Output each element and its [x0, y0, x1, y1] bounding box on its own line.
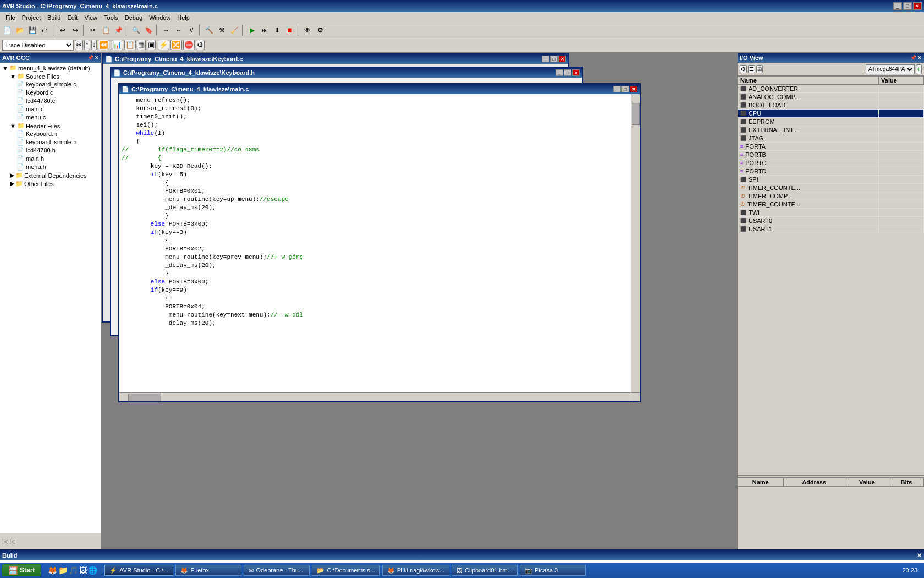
new-btn[interactable]: 📄	[1, 24, 13, 36]
io-cell-name-3[interactable]: ⬛ CPU	[738, 110, 879, 118]
tree-file-menu-h[interactable]: 📄 menu.h	[1, 163, 100, 171]
stop-btn[interactable]: ⏹	[284, 24, 296, 36]
keyboard-h-max[interactable]: □	[564, 69, 571, 76]
io-cell-value-5[interactable]	[879, 126, 924, 134]
minimize-button[interactable]: _	[893, 2, 902, 10]
tree-header-files[interactable]: ▼ 📁 Header Files	[1, 122, 100, 130]
ql-media[interactable]: 🎵	[69, 566, 78, 575]
find-btn[interactable]: 🔍	[130, 24, 142, 36]
tree-file-main-c[interactable]: 📄 main.c	[1, 105, 100, 113]
io-pin[interactable]: 📌	[910, 55, 916, 61]
io-row-1[interactable]: ⬛ ANALOG_COMP...	[738, 93, 924, 101]
io-cell-name-2[interactable]: ⬛ BOOT_LOAD	[738, 101, 879, 110]
save-all-btn[interactable]: 🗃	[39, 24, 51, 36]
io-table-wrapper[interactable]: Name Value ⬛ AD_CONVERTER⬛ ANALOG_COMP..…	[738, 76, 924, 475]
io-btn-expand[interactable]: ⚙	[740, 65, 747, 73]
io-row-15[interactable]: ⬛ TWI	[738, 209, 924, 217]
io-cell-value-6[interactable]	[879, 134, 924, 143]
io-cell-value-11[interactable]	[879, 176, 924, 184]
tree-file-lcd-h[interactable]: 📄 lcd44780.h	[1, 146, 100, 155]
io-cell-value-13[interactable]	[879, 192, 924, 200]
menu-view[interactable]: View	[81, 13, 101, 22]
tb2-btn3[interactable]: ↓	[91, 40, 97, 50]
tree-file-keybord-c[interactable]: 📄 Keybord.c	[1, 89, 100, 97]
cut-btn[interactable]: ✂	[87, 24, 99, 36]
step-into-btn[interactable]: ⬇	[271, 24, 283, 36]
io-row-10[interactable]: ≡ PORTD	[738, 167, 924, 176]
io-cell-name-13[interactable]: ⏱ TIMER_COMP...	[738, 192, 879, 200]
tb2-disp4[interactable]: ▣	[147, 40, 156, 50]
keyboard-h-close[interactable]: ✕	[572, 69, 580, 76]
run-btn[interactable]: ▶	[246, 24, 258, 36]
build-close[interactable]: ✕	[917, 552, 922, 559]
io-row-13[interactable]: ⏱ TIMER_COMP...	[738, 192, 924, 200]
paste-btn[interactable]: 📌	[112, 24, 124, 36]
taskbar-item-naglowkow[interactable]: 🦊 Pliki nagłówkow...	[382, 565, 449, 576]
io-row-7[interactable]: ≡ PORTA	[738, 143, 924, 151]
io-row-6[interactable]: ⬛ JTAG	[738, 134, 924, 143]
io-btn-grid[interactable]: ⊞	[756, 65, 763, 73]
build-btn[interactable]: 🔨	[203, 24, 215, 36]
io-cell-value-12[interactable]	[879, 184, 924, 192]
tb2-disp3[interactable]: ▦	[137, 40, 146, 50]
io-cell-value-17[interactable]	[879, 225, 924, 233]
unindent-btn[interactable]: ←	[173, 24, 185, 36]
io-cell-name-5[interactable]: ⬛ EXTERNAL_INT...	[738, 126, 879, 134]
undo-btn[interactable]: ↩	[57, 24, 69, 36]
io-cell-name-17[interactable]: ⬛ USART1	[738, 225, 879, 233]
main-c-max[interactable]: □	[622, 86, 629, 92]
menu-tools[interactable]: Tools	[101, 13, 122, 22]
menu-build[interactable]: Build	[44, 13, 64, 22]
watch-btn[interactable]: 👁	[301, 24, 314, 36]
io-cell-name-9[interactable]: ≡ PORTC	[738, 159, 879, 167]
io-dropdown[interactable]: ATmega644PA	[866, 64, 915, 74]
tb2-stim1[interactable]: ⚡	[158, 40, 169, 50]
close-button[interactable]: ✕	[913, 2, 922, 10]
comment-btn[interactable]: //	[185, 24, 197, 36]
taskbar-item-odebrane[interactable]: ✉ Odebrane - Thu...	[244, 565, 310, 576]
main-c-close[interactable]: ✕	[630, 86, 637, 92]
tree-file-lcd-c[interactable]: 📄 lcd44780.c	[1, 97, 100, 105]
open-btn[interactable]: 📂	[14, 24, 26, 36]
tree-file-keyboard-h[interactable]: 📄 Keyboard.h	[1, 130, 100, 138]
io-row-2[interactable]: ⬛ BOOT_LOAD	[738, 101, 924, 110]
io-cell-value-8[interactable]	[879, 151, 924, 159]
start-button[interactable]: 🪟 Start	[2, 564, 41, 576]
keyboard-h-min[interactable]: _	[556, 69, 563, 76]
clean-btn[interactable]: 🧹	[228, 24, 240, 36]
redo-btn[interactable]: ↪	[69, 24, 81, 36]
io-row-16[interactable]: ⬛ USART0	[738, 217, 924, 225]
main-c-min[interactable]: _	[613, 86, 621, 92]
io-cell-name-1[interactable]: ⬛ ANALOG_COMP...	[738, 93, 879, 101]
left-panel-close[interactable]: ✕	[95, 55, 99, 61]
io-btn[interactable]: ⚙	[314, 24, 326, 36]
taskbar-item-picasa[interactable]: 📷 Picasa 3	[520, 565, 586, 576]
io-btn-plus[interactable]: +	[916, 64, 922, 74]
io-cell-value-16[interactable]	[879, 217, 924, 225]
menu-project[interactable]: Project	[19, 13, 44, 22]
io-cell-name-0[interactable]: ⬛ AD_CONVERTER	[738, 85, 879, 93]
io-row-4[interactable]: ⬛ EEPROM	[738, 118, 924, 126]
indent-btn[interactable]: →	[160, 24, 172, 36]
step-btn[interactable]: ⏭	[258, 24, 271, 36]
io-cell-name-7[interactable]: ≡ PORTA	[738, 143, 879, 151]
io-cell-name-11[interactable]: ⬛ SPI	[738, 176, 879, 184]
io-row-9[interactable]: ≡ PORTC	[738, 159, 924, 167]
trace-select[interactable]: Trace Disabled	[2, 40, 74, 51]
io-cell-value-15[interactable]	[879, 209, 924, 217]
tree-root[interactable]: ▼ 📁 menu_4_klawisze (default)	[1, 64, 100, 72]
io-cell-name-15[interactable]: ⬛ TWI	[738, 209, 879, 217]
io-cell-name-14[interactable]: ⏱ TIMER_COUNTE...	[738, 200, 879, 209]
copy-btn[interactable]: 📋	[100, 24, 112, 36]
io-cell-name-6[interactable]: ⬛ JTAG	[738, 134, 879, 143]
bookmark-btn[interactable]: 🔖	[142, 24, 155, 36]
io-cell-name-16[interactable]: ⬛ USART0	[738, 217, 879, 225]
tb2-disp2[interactable]: 📋	[124, 40, 136, 50]
io-row-3[interactable]: ⬛ CPU	[738, 110, 924, 118]
tb2-btn4[interactable]: ⏪	[98, 40, 109, 50]
left-panel-pin[interactable]: 📌	[87, 55, 94, 61]
taskbar-item-firefox[interactable]: 🦊 Firefox	[175, 565, 241, 576]
io-cell-value-1[interactable]	[879, 93, 924, 101]
tb2-disp1[interactable]: 📊	[112, 40, 123, 50]
keybord-c-min[interactable]: _	[542, 56, 549, 62]
